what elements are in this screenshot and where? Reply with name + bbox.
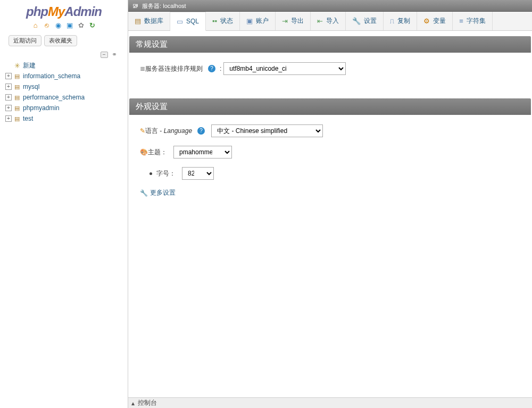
tab-databases[interactable]: ▤数据库 bbox=[128, 12, 170, 30]
wrench-icon: 🔧 bbox=[352, 17, 361, 25]
sql-icon: ▭ bbox=[177, 18, 183, 26]
db-link[interactable]: mysql bbox=[23, 83, 39, 90]
collapse-all-icon[interactable]: − bbox=[101, 52, 108, 58]
tab-sql[interactable]: ▭SQL bbox=[170, 12, 206, 31]
collation-label: 服务器连接排序规则 bbox=[145, 64, 203, 73]
language-icon: ✎ bbox=[140, 127, 145, 135]
tab-export[interactable]: ⇥导出 bbox=[276, 12, 311, 30]
tab-import[interactable]: ⇤导入 bbox=[311, 12, 346, 30]
expand-icon[interactable]: + bbox=[5, 73, 12, 79]
tab-variables[interactable]: ⚙变量 bbox=[417, 12, 453, 30]
breadcrumb: 🖳 服务器: localhost bbox=[128, 0, 532, 12]
tab-replication[interactable]: ⎍复制 bbox=[384, 12, 417, 30]
collation-icon: ≣ bbox=[140, 65, 145, 72]
help-icon[interactable]: ? bbox=[197, 127, 205, 135]
language-label: 语言 - Language bbox=[145, 127, 192, 136]
database-icon: ▤ bbox=[13, 115, 21, 122]
bullet-icon bbox=[149, 172, 152, 175]
charset-icon: ≡ bbox=[459, 17, 463, 25]
language-select[interactable]: 中文 - Chinese simplified bbox=[211, 124, 323, 137]
expand-icon[interactable]: + bbox=[5, 84, 12, 90]
appearance-settings-header: 外观设置 bbox=[129, 98, 531, 115]
server-icon: 🖳 bbox=[132, 3, 138, 9]
favorites-tab[interactable]: 表收藏夹 bbox=[44, 35, 77, 46]
new-database-link[interactable]: 新建 bbox=[23, 61, 36, 70]
help-icon[interactable]: ? bbox=[208, 65, 215, 72]
link-icon[interactable]: ⚭ bbox=[112, 51, 117, 58]
expand-icon[interactable]: + bbox=[5, 94, 12, 101]
expand-icon[interactable]: + bbox=[5, 105, 12, 111]
theme-icon: 🎨 bbox=[140, 148, 148, 156]
tab-settings[interactable]: 🔧设置 bbox=[346, 12, 384, 30]
wrench-icon: 🔧 bbox=[140, 189, 148, 197]
database-icon: ▤ bbox=[13, 73, 21, 80]
logout-icon[interactable]: ⎋ bbox=[43, 21, 51, 30]
home-icon[interactable]: ⌂ bbox=[31, 21, 40, 30]
console-label[interactable]: 控制台 bbox=[138, 398, 157, 407]
db-link[interactable]: performance_schema bbox=[23, 94, 85, 101]
settings-icon[interactable]: ✿ bbox=[77, 21, 85, 30]
recent-tab[interactable]: 近期访问 bbox=[9, 35, 41, 46]
sql-help-icon[interactable]: ▣ bbox=[65, 21, 74, 30]
import-icon: ⇤ bbox=[317, 17, 323, 25]
db-link[interactable]: test bbox=[23, 115, 33, 122]
collation-select[interactable]: utf8mb4_unicode_ci bbox=[223, 62, 346, 75]
variables-icon: ⚙ bbox=[423, 17, 430, 25]
new-db-icon: ✳ bbox=[13, 62, 21, 70]
server-label: 服务器: bbox=[142, 3, 161, 9]
fontsize-label: 字号： bbox=[156, 169, 176, 178]
tab-accounts[interactable]: ▣账户 bbox=[240, 12, 276, 30]
replication-icon: ⎍ bbox=[390, 17, 394, 25]
status-icon: ▪▪ bbox=[212, 17, 217, 25]
database-icon: ▤ bbox=[13, 94, 21, 101]
docs-icon[interactable]: ◉ bbox=[54, 21, 62, 30]
database-icon: ▤ bbox=[13, 84, 21, 90]
db-link[interactable]: phpmyadmin bbox=[23, 104, 60, 112]
accounts-icon: ▣ bbox=[246, 17, 253, 25]
logo[interactable]: phpMyAdmin bbox=[0, 0, 128, 20]
theme-label: 主题： bbox=[148, 148, 167, 157]
database-icon: ▤ bbox=[13, 105, 21, 112]
db-link[interactable]: information_schema bbox=[23, 72, 80, 80]
fontsize-select[interactable]: 82% bbox=[182, 167, 214, 180]
tab-status[interactable]: ▪▪状态 bbox=[206, 12, 240, 30]
export-icon: ⇥ bbox=[282, 17, 288, 25]
database-icon: ▤ bbox=[135, 17, 141, 25]
tab-charset[interactable]: ≡字符集 bbox=[453, 12, 493, 30]
refresh-icon[interactable]: ↻ bbox=[88, 21, 96, 30]
more-settings-link[interactable]: 🔧 更多设置 bbox=[140, 188, 520, 197]
theme-select[interactable]: pmahomme bbox=[173, 146, 232, 159]
server-name[interactable]: localhost bbox=[163, 3, 186, 9]
expand-icon[interactable]: + bbox=[5, 115, 12, 122]
console-toggle-icon[interactable]: ▴ bbox=[131, 399, 135, 407]
general-settings-header: 常规设置 bbox=[129, 36, 531, 53]
